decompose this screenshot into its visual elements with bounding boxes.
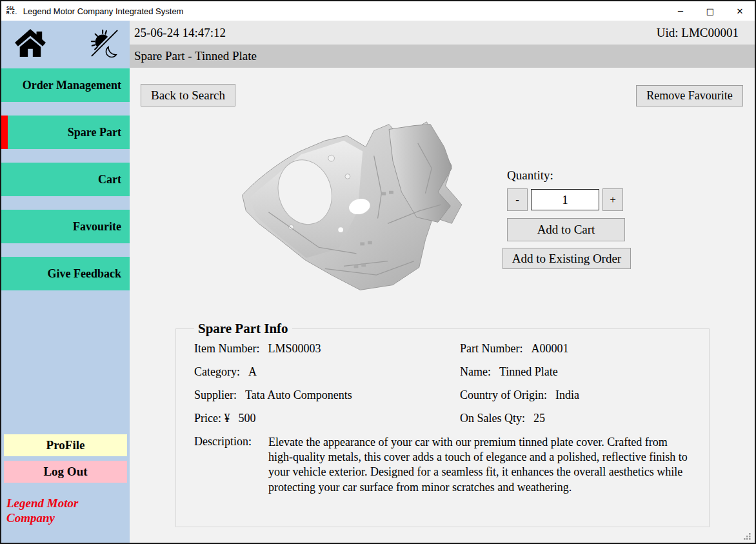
back-to-search-button[interactable]: Back to Search xyxy=(141,84,235,106)
maximize-icon[interactable]: □ xyxy=(695,1,725,21)
spare-part-image xyxy=(229,117,484,299)
app-window: S&LM.C. Legend Motor Company Integrated … xyxy=(0,0,756,544)
on-sales-qty-value: 25 xyxy=(533,412,545,425)
sidebar-item-favourite[interactable]: Favourite xyxy=(1,210,130,243)
item-number-value: LMS00003 xyxy=(268,342,321,356)
minimize-icon[interactable]: ─ xyxy=(666,1,695,21)
origin-value: India xyxy=(555,388,579,402)
uid-text: Uid: LMC00001 xyxy=(657,26,739,40)
description-label: Description: xyxy=(194,435,260,448)
window-title: Legend Motor Company Integrated System xyxy=(23,6,184,16)
sidebar: Order Management Spare Part Cart Favouri… xyxy=(1,21,130,543)
sidebar-menu: Order Management Spare Part Cart Favouri… xyxy=(1,68,130,304)
category-label: Category: xyxy=(194,365,240,379)
quantity-label: Quantity: xyxy=(507,168,638,183)
price-label: Price: ¥ xyxy=(194,412,230,425)
add-to-existing-order-button[interactable]: Add to Existing Order xyxy=(502,248,631,269)
sidebar-item-label: Cart xyxy=(98,173,121,186)
sidebar-item-label: Spare Part xyxy=(68,126,121,139)
main-content: Back to Search Remove Favourite xyxy=(130,68,755,543)
supplier-value: Tata Auto Components xyxy=(245,388,352,402)
quantity-input[interactable] xyxy=(531,189,599,210)
origin-label: Country of Origin: xyxy=(460,388,547,402)
sidebar-item-spare-part[interactable]: Spare Part xyxy=(1,116,130,149)
home-icon[interactable] xyxy=(14,28,46,61)
close-icon[interactable]: ✕ xyxy=(725,1,755,21)
sidebar-item-label: Give Feedback xyxy=(48,267,122,281)
part-number-label: Part Number: xyxy=(460,342,522,356)
name-value: Tinned Plate xyxy=(499,365,558,379)
datetime-text: 25-06-24 14:47:12 xyxy=(134,26,226,40)
purchase-panel: Quantity: - + Add to Cart Add to Existin… xyxy=(502,168,638,269)
breadcrumb: Spare Part - Tinned Plate xyxy=(130,45,755,68)
sidebar-item-order-management[interactable]: Order Management xyxy=(1,68,130,102)
add-to-cart-button[interactable]: Add to Cart xyxy=(507,218,625,241)
sidebar-item-cart[interactable]: Cart xyxy=(1,163,130,196)
app-logo-icon: S&LM.C. xyxy=(6,6,17,16)
name-label: Name: xyxy=(460,365,491,379)
sidebar-item-label: Order Management xyxy=(23,79,121,92)
resize-grip[interactable] xyxy=(743,532,751,540)
item-number-label: Item Number: xyxy=(194,342,259,356)
remove-favourite-button[interactable]: Remove Favourite xyxy=(636,85,743,106)
category-value: A xyxy=(248,365,257,379)
day-night-toggle-icon[interactable] xyxy=(90,28,119,61)
spare-part-info-box: Spare Part Info Item Number: LMS00003 Pa… xyxy=(175,321,710,527)
part-number-value: A00001 xyxy=(531,342,568,356)
sidebar-item-label: Favourite xyxy=(73,220,121,234)
quantity-decrement-button[interactable]: - xyxy=(507,188,528,211)
quantity-increment-button[interactable]: + xyxy=(602,188,623,211)
company-brand-text: Legend Motor Company xyxy=(6,496,103,527)
profile-button[interactable]: ProFile xyxy=(4,434,127,456)
logout-button[interactable]: Log Out xyxy=(4,461,127,483)
status-bar: 25-06-24 14:47:12 Uid: LMC00001 xyxy=(130,21,755,45)
supplier-label: Supplier: xyxy=(194,388,237,402)
on-sales-qty-label: On Sales Qty: xyxy=(460,412,525,425)
description-text: Elevate the appearance of your car with … xyxy=(268,435,693,495)
price-value: 500 xyxy=(239,412,256,425)
window-controls: ─ □ ✕ xyxy=(666,1,755,21)
sidebar-item-give-feedback[interactable]: Give Feedback xyxy=(1,257,130,290)
sidebar-header xyxy=(1,21,130,68)
spare-part-info-legend: Spare Part Info xyxy=(194,321,292,337)
title-bar: S&LM.C. Legend Motor Company Integrated … xyxy=(1,1,755,21)
